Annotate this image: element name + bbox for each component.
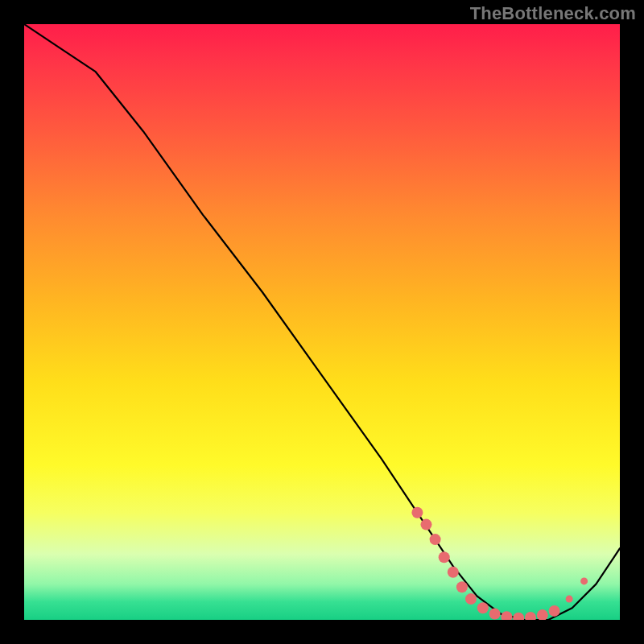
marker-dot — [580, 577, 588, 584]
marker-dot — [549, 605, 560, 617]
marker-dot — [566, 596, 573, 603]
chart-frame: TheBottleneck.com — [0, 0, 644, 644]
watermark-text: TheBottleneck.com — [470, 3, 636, 24]
marker-dot — [439, 551, 450, 563]
plot-area — [24, 24, 620, 620]
marker-dot — [465, 593, 477, 605]
marker-dot — [421, 519, 432, 530]
marker-dot — [448, 567, 459, 578]
marker-dot — [501, 611, 512, 620]
marker-dot — [489, 609, 501, 620]
marker-dot — [537, 609, 548, 620]
marker-dot — [456, 581, 468, 592]
marker-dot — [513, 613, 524, 620]
marker-dot — [411, 507, 423, 518]
curve-svg — [24, 24, 620, 620]
curve-markers — [411, 507, 588, 620]
marker-dot — [477, 602, 489, 613]
bottleneck-curve — [24, 24, 620, 620]
marker-dot — [430, 534, 441, 545]
marker-dot — [525, 612, 536, 620]
